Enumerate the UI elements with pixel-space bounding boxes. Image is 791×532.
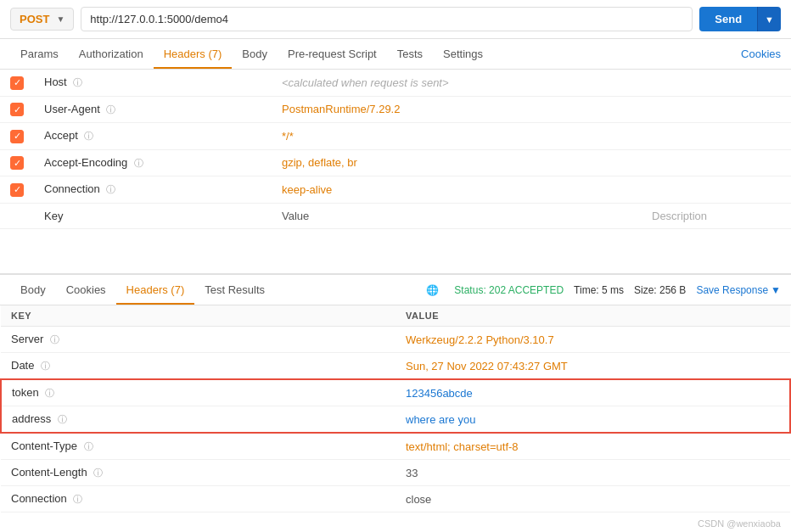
res-value-date: Sun, 27 Nov 2022 07:43:27 GMT [406,360,568,372]
col-key-header: KEY [1,305,396,327]
header-key-host: Host [44,76,67,88]
status-text: Status: 202 ACCEPTED [454,284,564,296]
res-row-connection: Connection ⓘ close [1,486,790,512]
info-icon-address[interactable]: ⓘ [58,414,67,424]
res-key-date: Date [11,359,34,372]
checkbox-useragent[interactable]: ✓ [10,103,24,116]
request-headers-table: ✓ Host ⓘ <calculated when request is sen… [0,70,791,229]
res-row-server: Server ⓘ Werkzeug/2.2.2 Python/3.10.7 [1,327,790,353]
response-status-info: 🌐 Status: 202 ACCEPTED Time: 5 ms Size: … [426,284,781,296]
header-value-host: <calculated when request is sent> [282,76,449,89]
res-tab-cookies[interactable]: Cookies [56,277,116,305]
send-dropdown-button[interactable]: ▼ [757,7,781,31]
info-icon-accept[interactable]: ⓘ [84,131,93,141]
response-headers-table: KEY VALUE Server ⓘ Werkzeug/2.2.2 Python… [0,305,791,512]
app-layout: POST ▼ Send ▼ Params Authorization Heade… [0,0,791,532]
response-section: Body Cookies Headers (7) Test Results 🌐 … [0,273,791,532]
response-tabs-bar: Body Cookies Headers (7) Test Results 🌐 … [0,275,791,305]
res-key-address: address [12,412,51,425]
save-response-button[interactable]: Save Response ▼ [696,284,781,296]
tab-params[interactable]: Params [10,41,69,69]
res-row-token: token ⓘ 123456abcde [1,379,790,406]
method-select[interactable]: POST ▼ [10,8,74,31]
req-header-row-placeholder: Key Value Description [0,203,791,228]
header-value-accept-encoding: gzip, deflate, br [282,156,357,169]
res-row-content-length: Content-Length ⓘ 33 [1,460,790,486]
res-key-server: Server [11,333,43,345]
tab-body[interactable]: Body [232,41,278,69]
tab-pre-request[interactable]: Pre-request Script [278,41,387,69]
res-value-token: 123456abcde [406,387,473,400]
header-key-useragent: User-Agent [44,103,100,115]
res-value-server: Werkzeug/2.2.2 Python/3.10.7 [406,333,554,346]
res-key-content-type: Content-Type [11,440,77,452]
req-header-row-connection: ✓ Connection ⓘ keep-alive [0,176,791,204]
save-response-arrow-icon: ▼ [771,284,781,296]
size-text: Size: 256 B [634,284,686,296]
header-value-connection: keep-alive [282,183,332,196]
info-icon-token[interactable]: ⓘ [45,388,54,398]
url-input[interactable] [81,7,693,31]
method-arrow-icon: ▼ [56,14,65,24]
response-table-wrapper: KEY VALUE Server ⓘ Werkzeug/2.2.2 Python… [0,305,791,515]
header-key-accept-encoding: Accept-Encoding [44,156,127,169]
info-icon-accept-encoding[interactable]: ⓘ [134,158,143,168]
res-value-content-length: 33 [406,467,418,479]
header-key-accept: Accept [44,129,78,142]
info-icon-server[interactable]: ⓘ [50,334,59,344]
method-label: POST [20,13,49,25]
request-headers-section: ✓ Host ⓘ <calculated when request is sen… [0,70,791,273]
res-tab-body[interactable]: Body [10,277,56,305]
req-header-row-accept: ✓ Accept ⓘ */* [0,123,791,150]
tab-authorization[interactable]: Authorization [69,41,154,69]
res-key-token: token [12,386,39,399]
header-value-accept: */* [282,130,294,143]
send-button[interactable]: Send [699,7,757,31]
watermark: CSDN @wenxiaoba [0,515,791,532]
res-tab-test-results[interactable]: Test Results [194,277,275,305]
res-key-content-length: Content-Length [11,466,87,479]
req-header-row-host: ✓ Host ⓘ <calculated when request is sen… [0,70,791,96]
res-row-date: Date ⓘ Sun, 27 Nov 2022 07:43:27 GMT [1,353,790,380]
res-value-content-type: text/html; charset=utf-8 [406,440,519,453]
top-bar: POST ▼ Send ▼ [0,0,791,39]
req-header-row-useragent: ✓ User-Agent ⓘ PostmanRuntime/7.29.2 [0,96,791,123]
header-key-connection: Connection [44,182,100,195]
info-icon-content-type[interactable]: ⓘ [84,441,93,451]
request-tabs: Params Authorization Headers (7) Body Pr… [0,39,791,70]
res-row-content-type: Content-Type ⓘ text/html; charset=utf-8 [1,433,790,460]
res-tab-headers[interactable]: Headers (7) [116,277,195,305]
placeholder-description: Description [652,210,707,222]
checkbox-host[interactable]: ✓ [10,76,24,90]
req-header-row-accept-encoding: ✓ Accept-Encoding ⓘ gzip, deflate, br [0,149,791,176]
info-icon-date[interactable]: ⓘ [41,361,50,371]
time-text: Time: 5 ms [574,284,624,296]
res-value-connection-res: close [406,493,431,506]
info-icon-connection-res[interactable]: ⓘ [73,494,82,504]
placeholder-key: Key [44,210,63,222]
info-icon-useragent[interactable]: ⓘ [106,104,115,115]
tab-tests[interactable]: Tests [387,41,433,69]
checkbox-connection[interactable]: ✓ [10,183,24,197]
cookies-link[interactable]: Cookies [741,48,781,60]
header-value-useragent: PostmanRuntime/7.29.2 [282,103,400,115]
checkbox-accept[interactable]: ✓ [10,130,24,143]
tab-headers[interactable]: Headers (7) [154,41,233,69]
globe-icon: 🌐 [426,284,439,296]
tab-settings[interactable]: Settings [433,41,493,69]
info-icon-connection[interactable]: ⓘ [106,184,115,194]
col-value-header: VALUE [396,305,790,327]
send-button-group: Send ▼ [699,7,781,31]
info-icon-host[interactable]: ⓘ [73,77,82,87]
checkbox-accept-encoding[interactable]: ✓ [10,156,24,170]
res-value-address: where are you [406,413,475,426]
res-row-address: address ⓘ where are you [1,406,790,434]
placeholder-value: Value [282,210,309,222]
info-icon-content-length[interactable]: ⓘ [93,468,103,478]
res-table-header-row: KEY VALUE [1,305,790,327]
res-key-connection-res: Connection [11,492,67,505]
